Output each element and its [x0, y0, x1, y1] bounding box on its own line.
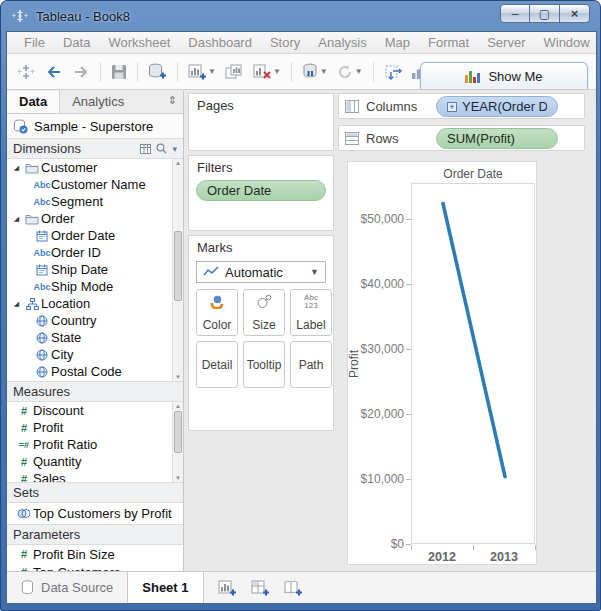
new-worksheet-icon	[188, 64, 207, 80]
chevron-down-icon[interactable]: ▼	[273, 67, 281, 76]
tab-data-source[interactable]: Data Source	[7, 572, 127, 603]
menu-analysis[interactable]: Analysis	[309, 35, 375, 50]
menu-window[interactable]: Window	[534, 35, 598, 50]
chevron-down-icon[interactable]: ▼	[320, 67, 328, 76]
menu-dashboard[interactable]: Dashboard	[179, 35, 261, 50]
field-quantity[interactable]: #Quantity	[7, 453, 183, 470]
scroll-down-icon[interactable]: ▼	[173, 374, 183, 380]
rows-pill-sum-profit[interactable]: SUM(Profit)	[436, 128, 558, 149]
view-list-icon[interactable]	[140, 144, 151, 154]
menu-bar: FileDataWorksheetDashboardStoryAnalysisM…	[7, 32, 596, 54]
pane-collapse-icon[interactable]: ⇕	[162, 91, 183, 113]
field-postal-code[interactable]: Postal Code	[7, 363, 183, 380]
scroll-thumb[interactable]	[174, 411, 182, 453]
rows-shelf[interactable]: Rows SUM(Profit)	[338, 125, 585, 151]
field-customer-name[interactable]: AbcCustomer Name	[7, 176, 183, 193]
field-top-customers[interactable]: #Top Customers	[7, 563, 183, 571]
dimensions-scrollbar[interactable]: ▲ ▼	[172, 159, 183, 381]
expand-collapse-icon[interactable]: ◢	[10, 164, 23, 172]
field-city[interactable]: City	[7, 346, 183, 363]
menu-data[interactable]: Data	[54, 35, 99, 50]
duplicate-sheet-button[interactable]	[222, 62, 247, 82]
chevron-down-icon[interactable]: ▼	[355, 67, 363, 76]
dimensions-menu-icon[interactable]: ▾	[172, 144, 177, 154]
field-country[interactable]: Country	[7, 312, 183, 329]
parameters-header: Parameters	[7, 524, 183, 545]
expand-collapse-icon[interactable]: ◢	[10, 215, 23, 223]
expand-field-icon[interactable]: +	[447, 102, 457, 112]
redo-button[interactable]	[69, 62, 93, 82]
datasource-item[interactable]: Sample - Superstore	[7, 114, 183, 138]
new-dashboard-button[interactable]	[251, 580, 270, 596]
scroll-up-icon[interactable]: ▲	[173, 403, 183, 409]
field-ship-date[interactable]: Ship Date	[7, 261, 183, 278]
field-sales[interactable]: #Sales	[7, 470, 183, 482]
tableau-start-button[interactable]	[13, 60, 39, 84]
field-order-id[interactable]: AbcOrder ID	[7, 244, 183, 261]
field-order[interactable]: ◢Order	[7, 210, 183, 227]
y-tick-label: $30,000	[349, 342, 404, 356]
new-worksheet-button[interactable]	[218, 580, 237, 596]
new-story-button[interactable]	[284, 580, 303, 596]
menu-format[interactable]: Format	[419, 35, 478, 50]
show-me-button[interactable]: Show Me	[420, 62, 588, 89]
pages-card-title: Pages	[189, 94, 333, 115]
undo-button[interactable]	[42, 62, 66, 82]
mark-type-dropdown[interactable]: Automatic ▼	[196, 261, 326, 283]
new-worksheet-button[interactable]: ▼	[185, 62, 219, 82]
detail-button[interactable]: Detail	[196, 341, 238, 388]
columns-shelf[interactable]: Columns + YEAR(Order Dat..	[338, 93, 585, 119]
field-profit[interactable]: #Profit	[7, 419, 183, 436]
field-ship-mode[interactable]: AbcShip Mode	[7, 278, 183, 295]
tab-analytics[interactable]: Analytics	[60, 91, 136, 113]
field-discount[interactable]: #Discount	[7, 402, 183, 419]
scroll-down-icon[interactable]: ▼	[173, 475, 183, 481]
tab-data[interactable]: Data	[7, 91, 60, 113]
menu-worksheet[interactable]: Worksheet	[99, 35, 179, 50]
columns-pill-year-order-date[interactable]: + YEAR(Order Dat..	[436, 96, 558, 117]
sets-header-label: Sets	[13, 485, 39, 500]
maximize-button[interactable]: ▢	[530, 4, 560, 23]
measures-scrollbar[interactable]: ▲ ▼	[172, 402, 183, 482]
rows-shelf-label: Rows	[366, 131, 399, 146]
field-state[interactable]: State	[7, 329, 183, 346]
field-profit-bin-size[interactable]: #Profit Bin Size	[7, 545, 183, 563]
menu-server[interactable]: Server	[478, 35, 534, 50]
field-segment[interactable]: AbcSegment	[7, 193, 183, 210]
field-profit-ratio[interactable]: =#Profit Ratio	[7, 436, 183, 453]
scroll-thumb[interactable]	[174, 231, 182, 301]
profit-line-mark[interactable]	[412, 184, 536, 545]
scroll-up-icon[interactable]: ▲	[173, 160, 183, 166]
field-label: Ship Date	[51, 262, 108, 277]
pause-updates-button[interactable]: ▼	[299, 61, 331, 82]
clear-sheet-button[interactable]: ▼	[250, 62, 284, 82]
close-button[interactable]: ×	[560, 4, 590, 23]
field-label: Discount	[33, 403, 84, 418]
tab-sheet-1[interactable]: Sheet 1	[127, 572, 203, 603]
field-customer[interactable]: ◢Customer	[7, 159, 183, 176]
chevron-down-icon[interactable]: ▼	[208, 67, 216, 76]
field-label: Country	[51, 313, 97, 328]
field-location[interactable]: ◢Location	[7, 295, 183, 312]
label-button[interactable]: Abc123Label	[290, 289, 332, 336]
refresh-button[interactable]: ▼	[334, 62, 366, 82]
path-button[interactable]: Path	[290, 341, 332, 388]
field-order-date[interactable]: Order Date	[7, 227, 183, 244]
line-mark-icon	[203, 266, 219, 278]
plot-area[interactable]	[411, 183, 535, 544]
menu-story[interactable]: Story	[261, 35, 309, 50]
size-button[interactable]: Size	[243, 289, 285, 336]
field-top-customers-by-profit[interactable]: Top Customers by Profit	[7, 503, 183, 523]
color-button[interactable]: Color	[196, 289, 238, 336]
y-tick-mark	[406, 284, 411, 285]
add-datasource-button[interactable]	[145, 61, 170, 82]
save-button[interactable]	[108, 62, 130, 82]
expand-collapse-icon[interactable]: ◢	[10, 300, 23, 308]
menu-file[interactable]: File	[15, 35, 54, 50]
menu-map[interactable]: Map	[376, 35, 419, 50]
tooltip-button[interactable]: Tooltip	[243, 341, 285, 388]
filter-pill-order-date[interactable]: Order Date	[196, 180, 326, 201]
minimize-button[interactable]: –	[500, 4, 530, 23]
swap-axes-button[interactable]	[381, 62, 405, 82]
search-icon[interactable]	[156, 143, 167, 154]
